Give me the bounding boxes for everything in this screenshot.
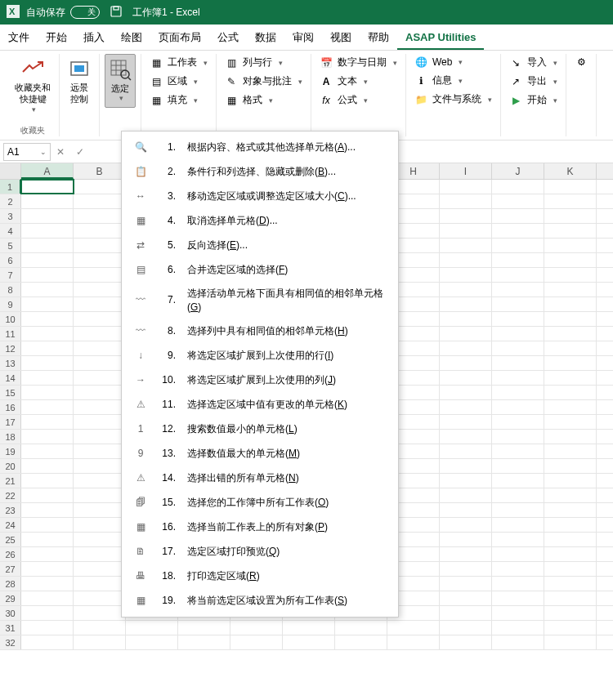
cell[interactable]: [440, 635, 492, 649]
cell[interactable]: [492, 209, 544, 223]
cell[interactable]: [492, 283, 544, 296]
cell[interactable]: [544, 297, 597, 311]
cell[interactable]: [440, 488, 492, 502]
row-header[interactable]: 20: [0, 459, 21, 473]
cell[interactable]: [74, 224, 126, 238]
cell[interactable]: [74, 547, 126, 561]
cell[interactable]: [440, 533, 492, 546]
cell[interactable]: [440, 400, 492, 414]
cell[interactable]: [126, 635, 178, 649]
cell[interactable]: [544, 621, 597, 635]
cell[interactable]: [21, 356, 74, 370]
menu-item-4[interactable]: ▦4.取消选择单元格(D)...: [122, 208, 398, 233]
cell[interactable]: [544, 577, 597, 591]
tab-home[interactable]: 开始: [38, 25, 75, 50]
menu-item-1[interactable]: 🔍1.根据内容、格式或其他选择单元格(A)...: [122, 135, 398, 159]
menu-item-12[interactable]: 112.搜索数值最小的单元格(L): [122, 417, 398, 442]
menu-item-10[interactable]: →10.将选定区域扩展到上次使用的列(J): [122, 368, 398, 393]
cell[interactable]: [544, 591, 597, 605]
col-header[interactable]: I: [440, 163, 492, 179]
row-header[interactable]: 18: [0, 430, 21, 444]
cell[interactable]: [74, 591, 126, 605]
cell[interactable]: [74, 194, 126, 208]
cell[interactable]: [21, 547, 74, 561]
cell[interactable]: [74, 327, 126, 341]
row-header[interactable]: 13: [0, 356, 21, 370]
confirm-icon[interactable]: ✓: [70, 146, 90, 158]
area-button[interactable]: ▤区域▾: [146, 73, 211, 90]
cell[interactable]: [440, 371, 492, 385]
web-button[interactable]: 🌐Web▾: [411, 54, 495, 70]
cell[interactable]: [74, 606, 126, 620]
cell[interactable]: [21, 488, 74, 502]
menu-item-18[interactable]: 🖶18.打印选定区域(R): [122, 564, 398, 589]
cell[interactable]: [74, 312, 126, 326]
cell[interactable]: [21, 297, 74, 311]
cell[interactable]: [544, 518, 597, 532]
cell[interactable]: [21, 430, 74, 444]
cell[interactable]: [492, 268, 544, 282]
cell[interactable]: [492, 194, 544, 208]
cell[interactable]: [492, 503, 544, 517]
cell[interactable]: [492, 312, 544, 326]
cell[interactable]: [492, 430, 544, 444]
cell[interactable]: [492, 577, 544, 591]
cell[interactable]: [492, 297, 544, 311]
menu-item-9[interactable]: ↓9.将选定区域扩展到上次使用的行(I): [122, 344, 398, 368]
menu-item-19[interactable]: ▦19.将当前选定区域设置为所有工作表(S): [122, 589, 398, 613]
cell[interactable]: [74, 371, 126, 385]
row-header[interactable]: 12: [0, 341, 21, 355]
cell[interactable]: [544, 562, 597, 576]
import-button[interactable]: ↘导入▾: [506, 54, 561, 71]
save-icon[interactable]: [110, 5, 123, 20]
row-header[interactable]: 27: [0, 562, 21, 576]
tab-file[interactable]: 文件: [0, 25, 38, 50]
cell[interactable]: [544, 209, 597, 223]
cell[interactable]: [178, 635, 230, 649]
cell[interactable]: [74, 297, 126, 311]
options-button[interactable]: ⚙: [571, 54, 591, 70]
row-header[interactable]: 8: [0, 283, 21, 296]
cell[interactable]: [21, 474, 74, 488]
menu-item-5[interactable]: ⇄5.反向选择(E)...: [122, 233, 398, 257]
cell[interactable]: [21, 224, 74, 238]
cell[interactable]: [21, 194, 74, 208]
cell[interactable]: [21, 503, 74, 517]
cell[interactable]: [492, 180, 544, 194]
formula-button[interactable]: fx公式▾: [316, 91, 400, 109]
cell[interactable]: [21, 180, 74, 194]
cell[interactable]: [440, 194, 492, 208]
cell[interactable]: [544, 194, 597, 208]
cell[interactable]: [440, 327, 492, 341]
menu-item-15[interactable]: 🗐15.选择您的工作簿中所有工作表(O): [122, 491, 398, 515]
tab-formula[interactable]: 公式: [209, 25, 247, 50]
cell[interactable]: [74, 444, 126, 458]
cell[interactable]: [440, 503, 492, 517]
filesys-button[interactable]: 📁文件与系统▾: [411, 91, 495, 108]
cell[interactable]: [492, 341, 544, 355]
cell[interactable]: [440, 606, 492, 620]
cell[interactable]: [544, 415, 597, 429]
menu-item-2[interactable]: 📋2.条件行和列选择、隐藏或删除(B)...: [122, 159, 398, 184]
cell[interactable]: [74, 415, 126, 429]
row-header[interactable]: 28: [0, 577, 21, 591]
row-header[interactable]: 15: [0, 386, 21, 399]
cell[interactable]: [440, 180, 492, 194]
cell[interactable]: [21, 562, 74, 576]
menu-item-17[interactable]: 🗎17.选定区域打印预览(Q): [122, 540, 398, 564]
menu-item-7[interactable]: 〰7.选择活动单元格下面具有相同值的相邻单元格(G): [122, 282, 398, 319]
cell[interactable]: [492, 547, 544, 561]
row-header[interactable]: 23: [0, 503, 21, 517]
cell[interactable]: [440, 312, 492, 326]
row-header[interactable]: 14: [0, 371, 21, 385]
row-header[interactable]: 6: [0, 253, 21, 267]
tab-layout[interactable]: 页面布局: [150, 25, 209, 50]
cell[interactable]: [74, 635, 126, 649]
row-header[interactable]: 11: [0, 327, 21, 341]
cell[interactable]: [74, 533, 126, 546]
cell[interactable]: [21, 400, 74, 414]
cell[interactable]: [74, 400, 126, 414]
cell[interactable]: [74, 356, 126, 370]
cell[interactable]: [544, 180, 597, 194]
cancel-icon[interactable]: ✕: [51, 146, 70, 158]
